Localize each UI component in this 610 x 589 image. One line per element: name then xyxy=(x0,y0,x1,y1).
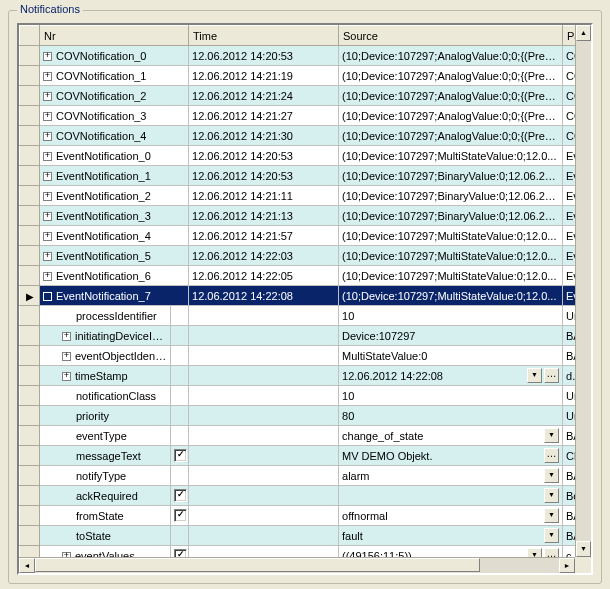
checkbox-cell[interactable] xyxy=(171,446,189,466)
param-cell[interactable]: Eve... xyxy=(563,286,575,306)
time-cell[interactable]: 12.06.2012 14:21:19 xyxy=(189,66,339,86)
source-cell[interactable]: (10;Device:107297;MultiStateValue:0;12.0… xyxy=(339,146,563,166)
scroll-track-h[interactable] xyxy=(35,558,559,573)
param-cell[interactable]: COV... xyxy=(563,46,575,66)
table-row[interactable]: fromStateoffnormalBAC... xyxy=(20,506,576,526)
row-gutter[interactable] xyxy=(20,306,40,326)
source-cell[interactable]: (10;Device:107297;BinaryValue:0;12.06.20… xyxy=(339,166,563,186)
table-row[interactable]: toStatefaultBAC... xyxy=(20,526,576,546)
source-cell[interactable]: (10;Device:107297;MultiStateValue:0;12.0… xyxy=(339,266,563,286)
table-row[interactable]: EventNotification_612.06.2012 14:22:05(1… xyxy=(20,266,576,286)
param-cell[interactable]: BAC... xyxy=(563,346,575,366)
row-gutter[interactable] xyxy=(20,266,40,286)
value-cell[interactable]: 10 xyxy=(339,306,563,326)
table-row[interactable]: timeStamp12.06.2012 14:22:08d... xyxy=(20,366,576,386)
dropdown-button[interactable] xyxy=(527,548,542,557)
source-cell[interactable]: (10;Device:107297;AnalogValue:0;0;{(Pres… xyxy=(339,46,563,66)
table-row[interactable]: eventTypechange_of_stateBAC... xyxy=(20,426,576,446)
row-gutter[interactable] xyxy=(20,526,40,546)
col-header-nr[interactable]: Nr xyxy=(40,26,189,46)
param-cell[interactable]: BAC... xyxy=(563,326,575,346)
source-cell[interactable]: (10;Device:107297;BinaryValue:0;12.06.20… xyxy=(339,206,563,226)
table-row[interactable]: COVNotification_312.06.2012 14:21:27(10;… xyxy=(20,106,576,126)
nr-cell[interactable]: EventNotification_7 xyxy=(40,286,189,306)
source-cell[interactable]: (10;Device:107297;MultiStateValue:0;12.0… xyxy=(339,246,563,266)
expand-icon[interactable] xyxy=(62,352,71,361)
expand-icon[interactable] xyxy=(43,92,52,101)
table-row[interactable]: EventNotification_312.06.2012 14:21:13(1… xyxy=(20,206,576,226)
nr-cell[interactable]: EventNotification_3 xyxy=(40,206,189,226)
dropdown-button[interactable] xyxy=(527,368,542,383)
param-cell[interactable]: c... xyxy=(563,546,575,558)
param-cell[interactable]: COV... xyxy=(563,126,575,146)
property-label-cell[interactable]: timeStamp xyxy=(40,366,171,386)
row-gutter[interactable] xyxy=(20,206,40,226)
ellipsis-button[interactable] xyxy=(544,368,559,383)
time-cell[interactable]: 12.06.2012 14:22:08 xyxy=(189,286,339,306)
property-label-cell[interactable]: toState xyxy=(40,526,171,546)
table-row[interactable]: notificationClass10Unsi... xyxy=(20,386,576,406)
col-header-time[interactable]: Time xyxy=(189,26,339,46)
source-cell[interactable]: (10;Device:107297;AnalogValue:0;0;{(Pres… xyxy=(339,86,563,106)
expand-icon[interactable] xyxy=(43,212,52,221)
property-label-cell[interactable]: notificationClass xyxy=(40,386,171,406)
expand-icon[interactable] xyxy=(43,172,52,181)
expand-icon[interactable] xyxy=(43,72,52,81)
property-label-cell[interactable]: messageText xyxy=(40,446,171,466)
nr-cell[interactable]: EventNotification_2 xyxy=(40,186,189,206)
scroll-left-button[interactable]: ◄ xyxy=(19,558,35,573)
table-row[interactable]: messageTextMV DEMO Objekt.Char... xyxy=(20,446,576,466)
value-cell[interactable]: MultiStateValue:0 xyxy=(339,346,563,366)
time-cell[interactable]: 12.06.2012 14:21:30 xyxy=(189,126,339,146)
nr-cell[interactable]: COVNotification_3 xyxy=(40,106,189,126)
expand-icon[interactable] xyxy=(43,272,52,281)
row-gutter[interactable] xyxy=(20,386,40,406)
dropdown-button[interactable] xyxy=(544,488,559,503)
nr-cell[interactable]: EventNotification_1 xyxy=(40,166,189,186)
table-row[interactable]: eventObjectIdent…MultiStateValue:0BAC... xyxy=(20,346,576,366)
value-cell[interactable]: change_of_state xyxy=(339,426,563,446)
time-cell[interactable]: 12.06.2012 14:22:05 xyxy=(189,266,339,286)
table-row[interactable]: EventNotification_412.06.2012 14:21:57(1… xyxy=(20,226,576,246)
property-label-cell[interactable]: eventObjectIdent… xyxy=(40,346,171,366)
expand-icon[interactable] xyxy=(43,292,52,301)
row-gutter[interactable] xyxy=(20,126,40,146)
value-cell[interactable]: MV DEMO Objekt. xyxy=(339,446,563,466)
table-row[interactable]: COVNotification_412.06.2012 14:21:30(10;… xyxy=(20,126,576,146)
expand-icon[interactable] xyxy=(43,252,52,261)
vertical-scrollbar[interactable]: ▲ ▼ xyxy=(575,25,591,557)
param-cell[interactable]: Char... xyxy=(563,446,575,466)
row-gutter[interactable] xyxy=(20,466,40,486)
property-label-cell[interactable]: eventType xyxy=(40,426,171,446)
property-label-cell[interactable]: notifyType xyxy=(40,466,171,486)
row-gutter[interactable] xyxy=(20,66,40,86)
time-cell[interactable]: 12.06.2012 14:22:03 xyxy=(189,246,339,266)
checkbox-cell[interactable] xyxy=(171,506,189,526)
time-cell[interactable]: 12.06.2012 14:21:57 xyxy=(189,226,339,246)
scroll-track-v[interactable] xyxy=(576,41,591,541)
row-gutter[interactable] xyxy=(20,46,40,66)
value-cell[interactable]: fault xyxy=(339,526,563,546)
param-cell[interactable]: COV... xyxy=(563,66,575,86)
value-cell[interactable] xyxy=(339,486,563,506)
table-row[interactable]: EventNotification_112.06.2012 14:20:53(1… xyxy=(20,166,576,186)
time-cell[interactable]: 12.06.2012 14:21:11 xyxy=(189,186,339,206)
checkbox[interactable] xyxy=(174,549,187,557)
row-gutter[interactable] xyxy=(20,166,40,186)
param-cell[interactable]: BAC... xyxy=(563,466,575,486)
param-cell[interactable]: Eve... xyxy=(563,226,575,246)
source-cell[interactable]: (10;Device:107297;AnalogValue:0;0;{(Pres… xyxy=(339,126,563,146)
checkbox[interactable] xyxy=(174,449,187,462)
ellipsis-button[interactable] xyxy=(544,448,559,463)
value-cell[interactable]: 10 xyxy=(339,386,563,406)
param-cell[interactable]: Unsi... xyxy=(563,306,575,326)
checkbox[interactable] xyxy=(174,509,187,522)
table-row[interactable]: notifyTypealarmBAC... xyxy=(20,466,576,486)
row-gutter[interactable] xyxy=(20,106,40,126)
horizontal-scrollbar[interactable]: ◄ ► xyxy=(19,557,575,573)
table-row[interactable]: eventValues((49156;11;5))c... xyxy=(20,546,576,558)
property-label-cell[interactable]: initiatingDeviceId… xyxy=(40,326,171,346)
property-label-cell[interactable]: eventValues xyxy=(40,546,171,558)
source-cell[interactable]: (10;Device:107297;AnalogValue:0;0;{(Pres… xyxy=(339,106,563,126)
property-label-cell[interactable]: processIdentifier xyxy=(40,306,171,326)
